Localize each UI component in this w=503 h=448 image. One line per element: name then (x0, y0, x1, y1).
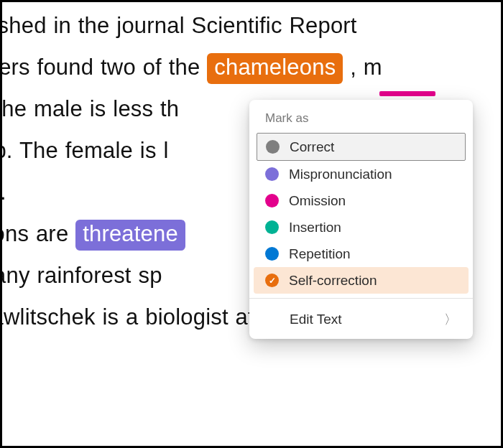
text-fragment: blished in the journal Scientific Report (0, 13, 357, 38)
text-fragment: leons are (0, 221, 75, 246)
highlighted-word-chameleons[interactable]: chameleons (207, 53, 343, 84)
divider (249, 298, 473, 299)
dot-icon (265, 220, 279, 234)
option-label: Correct (290, 140, 334, 154)
check-icon: ✓ (265, 274, 279, 287)
passage-line: chers found two of the chameleons , m (0, 47, 501, 88)
option-label: Self-correction (289, 274, 377, 287)
text-fragment: ng. (0, 179, 6, 205)
option-label: Insertion (289, 220, 341, 234)
mark-option-mispronunciation[interactable]: Mispronunciation (249, 161, 473, 187)
text-fragment: many rainforest sp (0, 263, 162, 288)
option-label: Mispronunciation (289, 167, 392, 181)
mark-option-self-correction[interactable]: ✓ Self-correction (254, 267, 469, 294)
mark-option-repetition[interactable]: Repetition (249, 241, 473, 267)
mark-as-popup: Mark as Correct Mispronunciation Omissio… (249, 100, 473, 339)
passage-line: blished in the journal Scientific Report (0, 5, 501, 47)
chevron-right-icon: 〉 (444, 311, 457, 328)
mark-option-insertion[interactable]: Insertion (249, 214, 473, 241)
text-fragment: , m (350, 55, 382, 80)
dot-icon (265, 194, 279, 207)
mark-option-correct[interactable]: Correct (257, 133, 466, 161)
option-label: Omission (289, 194, 346, 207)
edit-text-label: Edit Text (290, 312, 342, 327)
option-label: Repetition (289, 247, 351, 261)
text-fragment: rtip. The female is l (0, 138, 169, 163)
text-fragment: . The male is less th (0, 96, 179, 121)
dot-icon (266, 140, 280, 154)
text-fragment: chers found two of the (0, 55, 207, 80)
mark-option-omission[interactable]: Omission (249, 187, 473, 214)
popup-title: Mark as (249, 108, 473, 133)
edit-text-button[interactable]: Edit Text 〉 (249, 303, 473, 336)
highlighted-word-threatene[interactable]: threatene (75, 220, 185, 251)
omission-marker-icon (379, 91, 435, 96)
dot-icon (265, 247, 279, 261)
dot-icon (265, 167, 279, 181)
